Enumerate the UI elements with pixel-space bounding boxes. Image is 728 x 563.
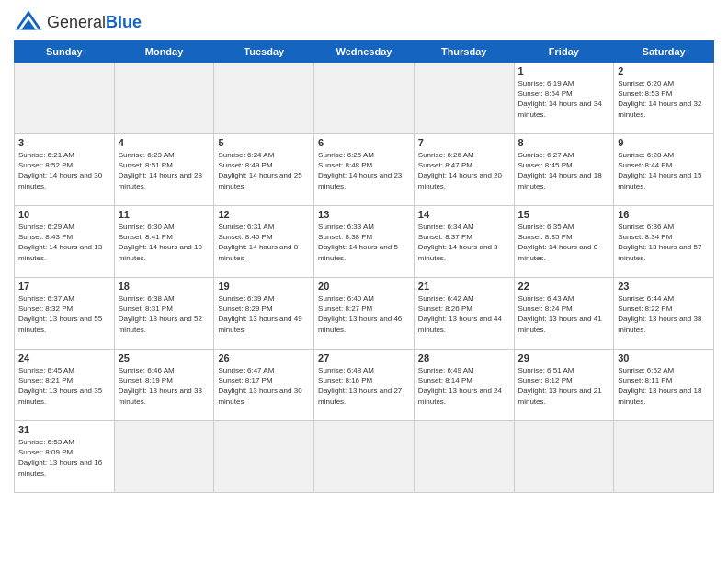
- day-number: 3: [18, 137, 110, 148]
- day-info: Sunrise: 6:34 AMSunset: 8:37 PMDaylight:…: [418, 222, 510, 263]
- calendar-cell: [114, 421, 214, 493]
- calendar-cell: [414, 63, 514, 134]
- day-info: Sunrise: 6:42 AMSunset: 8:26 PMDaylight:…: [418, 293, 510, 335]
- day-info: Sunrise: 6:26 AMSunset: 8:47 PMDaylight:…: [418, 150, 510, 191]
- calendar-cell: 17Sunrise: 6:37 AMSunset: 8:32 PMDayligh…: [15, 278, 115, 350]
- day-number: 8: [518, 137, 610, 148]
- weekday-wednesday: Wednesday: [314, 41, 415, 63]
- logo-text: GeneralBlue: [47, 13, 142, 32]
- calendar-cell: 24Sunrise: 6:45 AMSunset: 8:21 PMDayligh…: [15, 350, 115, 421]
- day-number: 17: [18, 281, 110, 292]
- day-info: Sunrise: 6:38 AMSunset: 8:31 PMDaylight:…: [119, 293, 210, 335]
- day-number: 13: [318, 209, 410, 220]
- week-row-4: 17Sunrise: 6:37 AMSunset: 8:32 PMDayligh…: [15, 278, 714, 350]
- calendar-cell: 13Sunrise: 6:33 AMSunset: 8:38 PMDayligh…: [314, 206, 415, 278]
- calendar-cell: 29Sunrise: 6:51 AMSunset: 8:12 PMDayligh…: [514, 350, 614, 421]
- calendar-cell: 9Sunrise: 6:28 AMSunset: 8:44 PMDaylight…: [614, 134, 714, 206]
- weekday-saturday: Saturday: [614, 41, 714, 63]
- day-info: Sunrise: 6:44 AMSunset: 8:22 PMDaylight:…: [618, 293, 710, 335]
- calendar-cell: 12Sunrise: 6:31 AMSunset: 8:40 PMDayligh…: [214, 206, 314, 278]
- day-info: Sunrise: 6:30 AMSunset: 8:41 PMDaylight:…: [119, 222, 210, 263]
- day-number: 9: [618, 137, 710, 148]
- day-number: 1: [518, 65, 610, 76]
- day-number: 30: [618, 352, 710, 363]
- day-info: Sunrise: 6:19 AMSunset: 8:54 PMDaylight:…: [518, 78, 610, 120]
- day-info: Sunrise: 6:28 AMSunset: 8:44 PMDaylight:…: [618, 150, 710, 191]
- calendar-cell: 15Sunrise: 6:35 AMSunset: 8:35 PMDayligh…: [514, 206, 614, 278]
- week-row-3: 10Sunrise: 6:29 AMSunset: 8:43 PMDayligh…: [15, 206, 714, 278]
- weekday-thursday: Thursday: [414, 41, 514, 63]
- day-number: 4: [119, 137, 210, 148]
- day-number: 6: [318, 137, 410, 148]
- calendar-cell: [214, 63, 314, 134]
- week-row-5: 24Sunrise: 6:45 AMSunset: 8:21 PMDayligh…: [15, 350, 714, 421]
- day-info: Sunrise: 6:33 AMSunset: 8:38 PMDaylight:…: [318, 222, 410, 263]
- day-info: Sunrise: 6:36 AMSunset: 8:34 PMDaylight:…: [618, 222, 710, 263]
- calendar-cell: [314, 63, 415, 134]
- day-info: Sunrise: 6:24 AMSunset: 8:49 PMDaylight:…: [218, 150, 310, 191]
- calendar-cell: 19Sunrise: 6:39 AMSunset: 8:29 PMDayligh…: [214, 278, 314, 350]
- day-info: Sunrise: 6:29 AMSunset: 8:43 PMDaylight:…: [18, 222, 110, 263]
- calendar-cell: 31Sunrise: 6:53 AMSunset: 8:09 PMDayligh…: [15, 421, 115, 493]
- day-number: 19: [218, 281, 310, 292]
- calendar-cell: 10Sunrise: 6:29 AMSunset: 8:43 PMDayligh…: [15, 206, 115, 278]
- day-info: Sunrise: 6:35 AMSunset: 8:35 PMDaylight:…: [518, 222, 610, 263]
- calendar-cell: 8Sunrise: 6:27 AMSunset: 8:45 PMDaylight…: [514, 134, 614, 206]
- day-info: Sunrise: 6:39 AMSunset: 8:29 PMDaylight:…: [218, 293, 310, 335]
- day-info: Sunrise: 6:20 AMSunset: 8:53 PMDaylight:…: [618, 78, 710, 120]
- day-info: Sunrise: 6:40 AMSunset: 8:27 PMDaylight:…: [318, 293, 410, 335]
- day-number: 22: [518, 281, 610, 292]
- day-number: 5: [218, 137, 310, 148]
- weekday-friday: Friday: [514, 41, 614, 63]
- calendar-cell: 6Sunrise: 6:25 AMSunset: 8:48 PMDaylight…: [314, 134, 415, 206]
- day-number: 2: [618, 65, 710, 76]
- page: GeneralBlue SundayMondayTuesdayWednesday…: [0, 0, 728, 563]
- calendar-cell: 4Sunrise: 6:23 AMSunset: 8:51 PMDaylight…: [114, 134, 214, 206]
- calendar-cell: 3Sunrise: 6:21 AMSunset: 8:52 PMDaylight…: [15, 134, 115, 206]
- calendar-cell: [214, 421, 314, 493]
- day-number: 7: [418, 137, 510, 148]
- calendar-cell: 11Sunrise: 6:30 AMSunset: 8:41 PMDayligh…: [114, 206, 214, 278]
- logo-icon: [14, 9, 43, 35]
- day-number: 25: [119, 352, 210, 363]
- day-number: 20: [318, 281, 410, 292]
- calendar-cell: 7Sunrise: 6:26 AMSunset: 8:47 PMDaylight…: [414, 134, 514, 206]
- day-number: 27: [318, 352, 410, 363]
- week-row-2: 3Sunrise: 6:21 AMSunset: 8:52 PMDaylight…: [15, 134, 714, 206]
- day-info: Sunrise: 6:52 AMSunset: 8:11 PMDaylight:…: [618, 365, 710, 407]
- calendar-cell: 23Sunrise: 6:44 AMSunset: 8:22 PMDayligh…: [614, 278, 714, 350]
- calendar-cell: [15, 63, 115, 134]
- calendar: SundayMondayTuesdayWednesdayThursdayFrid…: [14, 40, 714, 493]
- week-row-6: 31Sunrise: 6:53 AMSunset: 8:09 PMDayligh…: [15, 421, 714, 493]
- day-info: Sunrise: 6:31 AMSunset: 8:40 PMDaylight:…: [218, 222, 310, 263]
- day-info: Sunrise: 6:21 AMSunset: 8:52 PMDaylight:…: [18, 150, 110, 191]
- day-number: 21: [418, 281, 510, 292]
- day-number: 14: [418, 209, 510, 220]
- calendar-cell: 26Sunrise: 6:47 AMSunset: 8:17 PMDayligh…: [214, 350, 314, 421]
- day-info: Sunrise: 6:53 AMSunset: 8:09 PMDaylight:…: [18, 437, 110, 478]
- calendar-cell: 28Sunrise: 6:49 AMSunset: 8:14 PMDayligh…: [414, 350, 514, 421]
- calendar-cell: 20Sunrise: 6:40 AMSunset: 8:27 PMDayligh…: [314, 278, 415, 350]
- day-info: Sunrise: 6:23 AMSunset: 8:51 PMDaylight:…: [119, 150, 210, 191]
- day-info: Sunrise: 6:37 AMSunset: 8:32 PMDaylight:…: [18, 293, 110, 335]
- day-info: Sunrise: 6:27 AMSunset: 8:45 PMDaylight:…: [518, 150, 610, 191]
- day-number: 15: [518, 209, 610, 220]
- weekday-sunday: Sunday: [15, 41, 115, 63]
- day-info: Sunrise: 6:46 AMSunset: 8:19 PMDaylight:…: [119, 365, 210, 407]
- day-number: 26: [218, 352, 310, 363]
- header: GeneralBlue: [14, 9, 714, 35]
- calendar-cell: [414, 421, 514, 493]
- day-info: Sunrise: 6:43 AMSunset: 8:24 PMDaylight:…: [518, 293, 610, 335]
- weekday-monday: Monday: [114, 41, 214, 63]
- day-info: Sunrise: 6:47 AMSunset: 8:17 PMDaylight:…: [218, 365, 310, 407]
- day-info: Sunrise: 6:45 AMSunset: 8:21 PMDaylight:…: [18, 365, 110, 407]
- calendar-cell: 16Sunrise: 6:36 AMSunset: 8:34 PMDayligh…: [614, 206, 714, 278]
- week-row-1: 1Sunrise: 6:19 AMSunset: 8:54 PMDaylight…: [15, 63, 714, 134]
- day-info: Sunrise: 6:25 AMSunset: 8:48 PMDaylight:…: [318, 150, 410, 191]
- weekday-header-row: SundayMondayTuesdayWednesdayThursdayFrid…: [15, 41, 714, 63]
- calendar-cell: 2Sunrise: 6:20 AMSunset: 8:53 PMDaylight…: [614, 63, 714, 134]
- calendar-cell: [314, 421, 415, 493]
- calendar-cell: 14Sunrise: 6:34 AMSunset: 8:37 PMDayligh…: [414, 206, 514, 278]
- calendar-cell: 21Sunrise: 6:42 AMSunset: 8:26 PMDayligh…: [414, 278, 514, 350]
- calendar-cell: [114, 63, 214, 134]
